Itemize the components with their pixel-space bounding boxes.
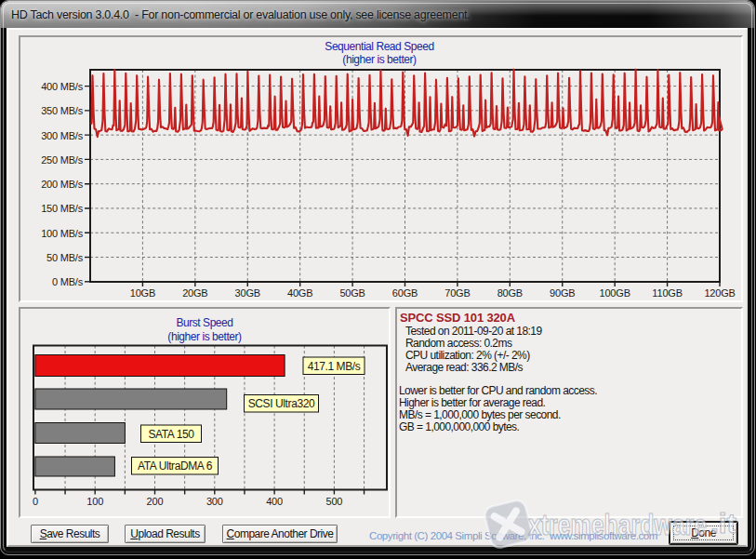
svg-text:400 MB/s: 400 MB/s xyxy=(41,81,84,92)
svg-text:200: 200 xyxy=(147,496,164,507)
svg-text:400: 400 xyxy=(266,496,283,507)
svg-text:200 MB/s: 200 MB/s xyxy=(41,179,84,190)
svg-text:250 MB/s: 250 MB/s xyxy=(41,154,84,166)
svg-text:100: 100 xyxy=(86,496,103,507)
svg-text:120GB: 120GB xyxy=(704,287,735,299)
svg-text:SCSI Ultra320: SCSI Ultra320 xyxy=(248,397,315,410)
svg-text:417.1 MB/s: 417.1 MB/s xyxy=(308,360,361,373)
svg-text:80GB: 80GB xyxy=(497,287,523,299)
svg-text:90GB: 90GB xyxy=(550,287,575,299)
svg-text:0: 0 xyxy=(33,496,38,507)
svg-text:110GB: 110GB xyxy=(652,287,682,299)
svg-text:50GB: 50GB xyxy=(339,287,365,299)
svg-text:300: 300 xyxy=(206,496,223,507)
svg-text:(higher is better): (higher is better) xyxy=(342,53,417,66)
svg-text:30GB: 30GB xyxy=(235,287,260,299)
svg-text:40GB: 40GB xyxy=(287,287,312,299)
svg-text:500: 500 xyxy=(326,496,343,507)
svg-text:20GB: 20GB xyxy=(182,287,207,299)
svg-text:SATA 150: SATA 150 xyxy=(148,428,194,441)
svg-text:50 MB/s: 50 MB/s xyxy=(46,252,84,263)
svg-text:ATA UltraDMA 6: ATA UltraDMA 6 xyxy=(138,459,213,472)
svg-text:.it: .it xyxy=(710,508,736,539)
svg-text:(higher is better): (higher is better) xyxy=(167,330,242,343)
svg-text:150 MB/s: 150 MB/s xyxy=(41,203,84,214)
svg-text:300 MB/s: 300 MB/s xyxy=(41,130,84,141)
svg-text:100 MB/s: 100 MB/s xyxy=(41,228,84,239)
svg-text:xtremehardware: xtremehardware xyxy=(528,508,707,541)
svg-text:350 MB/s: 350 MB/s xyxy=(41,105,84,116)
svg-text:Sequential Read Speed: Sequential Read Speed xyxy=(325,40,433,53)
svg-text:Burst Speed: Burst Speed xyxy=(176,316,232,329)
svg-text:100GB: 100GB xyxy=(600,287,630,299)
svg-text:0 MB/s: 0 MB/s xyxy=(52,276,84,287)
svg-text:60GB: 60GB xyxy=(392,287,418,299)
svg-text:10GB: 10GB xyxy=(130,287,155,299)
svg-text:70GB: 70GB xyxy=(444,287,470,299)
